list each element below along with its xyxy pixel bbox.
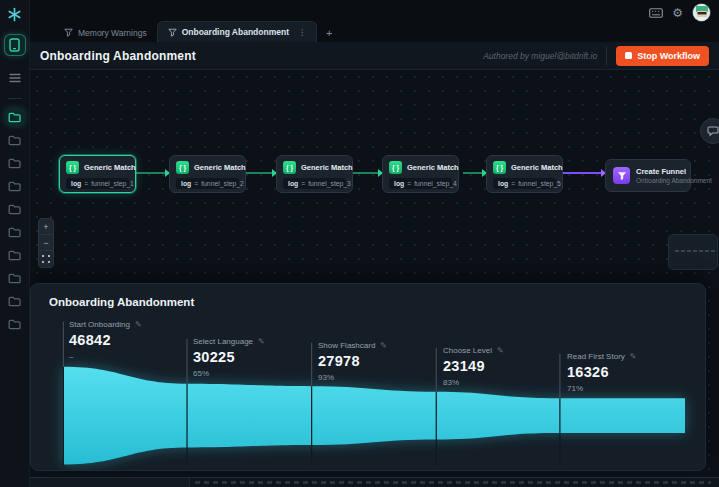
stage-label: Select Language — [193, 337, 253, 346]
sidebar-divider — [8, 98, 22, 99]
funnel-stage-start-onboarding: Start Onboarding ✎ 46842 – — [69, 320, 142, 361]
authored-by-text: Authored by miguel@bitdrift.io — [483, 51, 597, 61]
node-title: Generic Match — [301, 163, 353, 172]
zoom-out-button[interactable]: − — [39, 235, 53, 251]
node-generic-match-2[interactable]: { } Generic Match log = funnel_step_2 — [169, 155, 246, 193]
condition-field: log — [498, 180, 508, 187]
header-divider — [606, 47, 607, 65]
stop-icon — [625, 52, 632, 59]
stage-value: 16326 — [567, 364, 637, 380]
stage-pct: 65% — [193, 369, 265, 378]
zoom-in-button[interactable]: + — [39, 219, 53, 235]
match-braces-icon: { } — [389, 161, 402, 174]
keyboard-icon[interactable] — [649, 8, 663, 18]
folder-icon — [8, 112, 21, 123]
node-condition: log = funnel_step_3 — [283, 178, 346, 189]
node-generic-match-1[interactable]: { } Generic Match log = funnel_step_1 — [59, 155, 136, 193]
sidebar-folder[interactable] — [5, 131, 25, 149]
chat-bubble-icon — [707, 125, 719, 137]
condition-field: log — [394, 180, 404, 187]
sidebar-item-logs[interactable] — [4, 67, 26, 89]
next-panel-edge — [30, 477, 719, 487]
edit-icon[interactable]: ✎ — [135, 320, 142, 329]
tab-onboarding-abandonment[interactable]: Onboarding Abandonment ⋮ — [157, 21, 317, 42]
condition-operator: = — [511, 180, 515, 187]
funnel-stage-choose-level: Choose Level ✎ 23149 83% — [443, 346, 504, 387]
node-condition: log = funnel_step_2 — [176, 178, 239, 189]
stage-value: 27978 — [318, 353, 387, 369]
folder-icon — [8, 273, 21, 284]
workflow-header: Onboarding Abandonment Authored by migue… — [30, 42, 719, 70]
funnel-icon — [613, 167, 630, 184]
node-condition: log = funnel_step_4 — [389, 178, 452, 189]
stage-label: Read First Story — [567, 352, 625, 361]
match-braces-icon: { } — [283, 161, 296, 174]
sidebar-folder[interactable] — [5, 200, 25, 218]
folder-icon — [8, 227, 21, 238]
top-bar: ⚙ — [30, 0, 719, 22]
sidebar-folder[interactable] — [5, 292, 25, 310]
sidebar-folder[interactable] — [5, 154, 25, 172]
timeline-ruler — [195, 481, 711, 484]
node-condition: log = funnel_step_5 — [493, 178, 556, 189]
folder-icon — [8, 319, 21, 330]
condition-operator: = — [84, 180, 88, 187]
condition-value: funnel_step_4 — [414, 180, 457, 187]
edge-5-output — [563, 172, 605, 174]
tab-menu-icon[interactable]: ⋮ — [298, 28, 306, 37]
node-generic-match-5[interactable]: { } Generic Match log = funnel_step_5 — [486, 155, 563, 193]
bitdrift-logo-icon — [6, 5, 24, 23]
stage-pct: 83% — [443, 378, 504, 387]
stage-value: 46842 — [69, 332, 142, 348]
node-title: Create Funnel — [636, 167, 712, 176]
workflow-icon — [168, 28, 177, 37]
condition-field: log — [288, 180, 298, 187]
sidebar-folder[interactable] — [5, 177, 25, 195]
stage-value: 23149 — [443, 358, 504, 374]
workflow-icon — [64, 28, 73, 37]
stage-value: 30225 — [193, 349, 265, 365]
next-panel-left-cell — [30, 478, 190, 487]
tab-label: Onboarding Abandonment — [182, 27, 289, 37]
edit-icon[interactable]: ✎ — [630, 352, 637, 361]
match-braces-icon: { } — [66, 161, 79, 174]
folder-icon — [8, 296, 21, 307]
sidebar-item-devices[interactable] — [4, 34, 26, 56]
stage-pct: 93% — [318, 373, 387, 382]
tab-bar: Memory Warnings Onboarding Abandonment ⋮… — [30, 20, 719, 42]
condition-field: log — [71, 180, 81, 187]
app-sidebar — [0, 0, 30, 487]
fit-view-icon — [42, 255, 50, 263]
node-generic-match-3[interactable]: { } Generic Match log = funnel_step_3 — [276, 155, 353, 193]
sidebar-folder[interactable] — [5, 269, 25, 287]
node-title: Generic Match — [84, 163, 136, 172]
minimap[interactable] — [668, 234, 718, 270]
edit-icon[interactable]: ✎ — [258, 337, 265, 346]
condition-operator: = — [194, 180, 198, 187]
condition-operator: = — [407, 180, 411, 187]
node-create-funnel[interactable]: Create Funnel Onboarding Abandonment — [605, 159, 691, 192]
folder-icon — [8, 250, 21, 261]
node-generic-match-4[interactable]: { } Generic Match log = funnel_step_4 — [382, 155, 459, 193]
tab-memory-warnings[interactable]: Memory Warnings — [54, 23, 157, 42]
sidebar-folder[interactable] — [5, 315, 25, 333]
tab-label: Memory Warnings — [78, 28, 147, 38]
edit-icon[interactable]: ✎ — [497, 346, 504, 355]
edit-icon[interactable]: ✎ — [380, 341, 387, 350]
sidebar-folder[interactable] — [5, 246, 25, 264]
sidebar-folder-active[interactable] — [5, 108, 25, 126]
sidebar-folder[interactable] — [5, 223, 25, 241]
zoom-controls: + − — [38, 218, 54, 268]
folder-icon — [8, 158, 21, 169]
stage-pct: 71% — [567, 384, 637, 393]
stop-workflow-button[interactable]: Stop Workflow — [616, 46, 709, 66]
funnel-stage-select-language: Select Language ✎ 30225 65% — [193, 337, 265, 378]
fit-view-button[interactable] — [39, 251, 53, 267]
new-tab-button[interactable]: + — [317, 23, 341, 42]
stage-label: Choose Level — [443, 346, 492, 355]
node-title: Generic Match — [511, 163, 563, 172]
stage-label: Start Onboarding — [69, 320, 130, 329]
match-braces-icon: { } — [493, 161, 506, 174]
gear-icon[interactable]: ⚙ — [672, 7, 683, 19]
chat-button[interactable] — [700, 118, 719, 144]
